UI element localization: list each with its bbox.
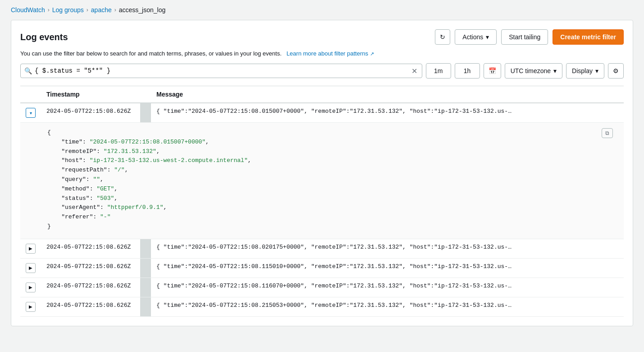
row1-toggle-button[interactable]: ▾	[26, 108, 36, 118]
calendar-icon: 📅	[489, 67, 496, 74]
row1-timestamp: 2024-05-07T22:15:08.626Z	[41, 103, 140, 123]
table-row[interactable]: ▶ 2024-05-07T22:15:08.626Z { "time":"202…	[20, 297, 624, 316]
search-icon: 🔍	[24, 67, 32, 74]
row1-message: { "time":"2024-05-07T22:15:08.015007+000…	[151, 103, 624, 123]
breadcrumb-apache[interactable]: apache	[91, 6, 112, 14]
table-header-row: Timestamp Message	[20, 86, 624, 103]
col-header-message: Message	[151, 86, 624, 103]
timezone-selector[interactable]: UTC timezone ▾	[505, 63, 562, 79]
row2-timestamp: 2024-05-07T22:15:08.626Z	[41, 239, 140, 258]
row4-toggle-button[interactable]: ▶	[26, 283, 36, 292]
row4-toggle-cell: ▶	[20, 278, 41, 297]
expanded-json-cell: ⧉ { "time": "2024-05-07T22:15:08.015007+…	[20, 123, 624, 239]
row1-divider	[140, 103, 151, 123]
row2-toggle-button[interactable]: ▶	[26, 244, 36, 254]
breadcrumb-sep-2: ›	[87, 7, 88, 13]
gear-icon: ⚙	[613, 67, 619, 74]
refresh-button[interactable]: ↻	[435, 29, 450, 45]
breadcrumb-current: access_json_log	[119, 6, 166, 14]
start-tailing-button[interactable]: Start tailing	[501, 29, 548, 45]
row2-message: { "time":"2024-05-07T22:15:08.020175+000…	[151, 239, 624, 258]
row1-toggle-cell: ▾	[20, 103, 41, 123]
row5-divider	[140, 297, 151, 316]
table-expanded-row: ⧉ { "time": "2024-05-07T22:15:08.015007+…	[20, 123, 624, 239]
row3-message: { "time":"2024-05-07T22:15:08.115010+000…	[151, 258, 624, 278]
panel-title: Log events	[20, 32, 68, 42]
row4-divider	[140, 278, 151, 297]
col-header-toggle	[20, 86, 41, 103]
row5-toggle-cell: ▶	[20, 297, 41, 316]
row3-timestamp: 2024-05-07T22:15:08.626Z	[41, 258, 140, 278]
breadcrumb-sep-3: ›	[114, 7, 116, 13]
panel-header: Log events ↻ Actions ▾ Start tailing Cre…	[20, 29, 624, 45]
row3-toggle-cell: ▶	[20, 258, 41, 278]
row4-message: { "time":"2024-05-07T22:15:08.116070+000…	[151, 278, 624, 297]
settings-button[interactable]: ⚙	[608, 63, 624, 79]
row3-toggle-button[interactable]: ▶	[26, 263, 36, 273]
external-link-icon: ↗	[370, 51, 374, 56]
create-metric-filter-button[interactable]: Create metric filter	[553, 29, 624, 45]
display-chevron-icon: ▾	[595, 67, 598, 74]
actions-chevron-icon: ▾	[486, 33, 489, 41]
filter-input[interactable]	[35, 64, 411, 78]
row4-timestamp: 2024-05-07T22:15:08.626Z	[41, 278, 140, 297]
breadcrumb-cloudwatch[interactable]: CloudWatch	[11, 6, 45, 14]
search-clear-button[interactable]: ✕	[411, 67, 418, 75]
json-block: ⧉ { "time": "2024-05-07T22:15:08.015007+…	[47, 128, 617, 232]
learn-more-link[interactable]: Learn more about filter patterns ↗	[285, 50, 374, 57]
row2-toggle-cell: ▶	[20, 239, 41, 258]
log-events-panel: Log events ↻ Actions ▾ Start tailing Cre…	[11, 20, 633, 326]
row5-toggle-button[interactable]: ▶	[26, 302, 36, 312]
learn-more-label: Learn more about filter patterns	[287, 50, 368, 57]
display-button[interactable]: Display ▾	[566, 63, 604, 79]
actions-label: Actions	[462, 33, 483, 41]
table-row[interactable]: ▶ 2024-05-07T22:15:08.626Z { "time":"202…	[20, 239, 624, 258]
json-content: { "time": "2024-05-07T22:15:08.015007+00…	[47, 128, 617, 232]
col-divider	[140, 86, 151, 103]
breadcrumb: CloudWatch › Log groups › apache › acces…	[0, 0, 644, 20]
table-row[interactable]: ▶ 2024-05-07T22:15:08.626Z { "time":"202…	[20, 258, 624, 278]
timezone-chevron-icon: ▾	[553, 67, 557, 74]
info-text: You can use the filter bar below to sear…	[20, 50, 624, 57]
row5-timestamp: 2024-05-07T22:15:08.626Z	[41, 297, 140, 316]
actions-button[interactable]: Actions ▾	[455, 29, 497, 45]
refresh-icon: ↻	[440, 33, 445, 41]
log-table: Timestamp Message ▾ 2024-05-07T22:15:08.…	[20, 86, 624, 317]
time-1m-button[interactable]: 1m	[426, 63, 451, 79]
row2-divider	[140, 239, 151, 258]
header-actions: ↻ Actions ▾ Start tailing Create metric …	[435, 29, 624, 45]
timezone-label: UTC timezone	[511, 67, 551, 74]
table-row[interactable]: ▾ 2024-05-07T22:15:08.626Z { "time":"202…	[20, 103, 624, 123]
row3-divider	[140, 258, 151, 278]
col-header-timestamp: Timestamp	[41, 86, 140, 103]
calendar-button[interactable]: 📅	[484, 63, 501, 79]
display-label: Display	[572, 67, 593, 74]
copy-button[interactable]: ⧉	[602, 128, 613, 138]
time-1h-button[interactable]: 1h	[455, 63, 480, 79]
row5-message: { "time":"2024-05-07T22:15:08.215053+000…	[151, 297, 624, 316]
breadcrumb-log-groups[interactable]: Log groups	[52, 6, 84, 14]
create-metric-filter-label: Create metric filter	[560, 33, 616, 41]
filter-row: 🔍 ✕ 1m 1h 📅 UTC timezone ▾ Display ▾ ⚙	[20, 63, 624, 79]
table-row[interactable]: ▶ 2024-05-07T22:15:08.626Z { "time":"202…	[20, 278, 624, 297]
search-wrapper: 🔍 ✕	[20, 64, 422, 78]
start-tailing-label: Start tailing	[509, 33, 540, 41]
breadcrumb-sep-1: ›	[48, 7, 50, 13]
